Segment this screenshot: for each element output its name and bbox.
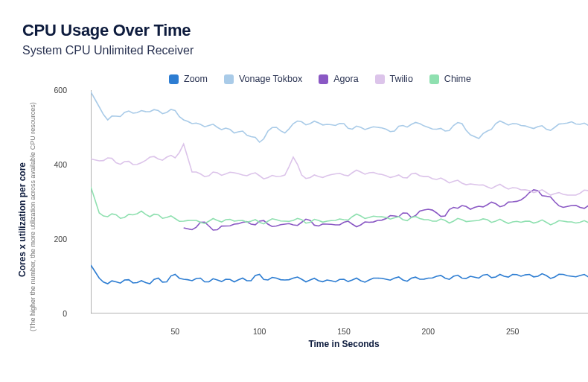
legend-swatch (375, 74, 385, 84)
legend-item-twilio: Twilio (375, 74, 413, 84)
x-tick: 200 (422, 327, 435, 336)
series-vonage-tokbox (91, 92, 588, 143)
legend-swatch (319, 74, 328, 84)
y-axis-label: Cores x utilization per core (17, 108, 28, 331)
y-tick: 0 (63, 309, 67, 318)
legend-item-zoom: Zoom (169, 74, 208, 84)
legend-label: Agora (333, 74, 358, 84)
legend: ZoomVonage TokboxAgoraTwilioChime (67, 74, 573, 84)
legend-swatch (224, 74, 234, 84)
x-tick: 150 (337, 327, 351, 336)
legend-swatch (429, 74, 439, 84)
x-tick: 100 (253, 327, 266, 336)
legend-label: Chime (444, 74, 471, 84)
y-tick: 200 (54, 235, 67, 243)
x-axis-label: Time in Seconds (91, 339, 588, 349)
y-tick: 400 (54, 160, 67, 169)
legend-item-chime: Chime (429, 74, 471, 84)
y-tick: 600 (54, 86, 67, 95)
y-axis-sublabel: (The higher the number, the more utiliza… (29, 108, 36, 331)
x-tick: 50 (170, 327, 179, 336)
legend-label: Twilio (390, 74, 413, 84)
x-tick: 250 (506, 327, 520, 336)
plot-region: 0200400600 50100150200250300 (91, 90, 588, 313)
series-zoom (91, 265, 588, 284)
chart-area: Cores x utilization per core (The higher… (54, 90, 573, 349)
legend-item-vonage-tokbox: Vonage Tokbox (224, 74, 302, 84)
legend-label: Vonage Tokbox (239, 74, 302, 84)
series-chime (91, 187, 588, 225)
legend-item-agora: Agora (319, 74, 358, 84)
series-twilio (91, 144, 588, 196)
chart-title: CPU Usage Over Time (22, 21, 573, 40)
legend-swatch (169, 74, 179, 84)
series-agora (184, 190, 588, 230)
chart-subtitle: System CPU Unlimited Receiver (22, 44, 573, 57)
legend-label: Zoom (184, 74, 208, 84)
